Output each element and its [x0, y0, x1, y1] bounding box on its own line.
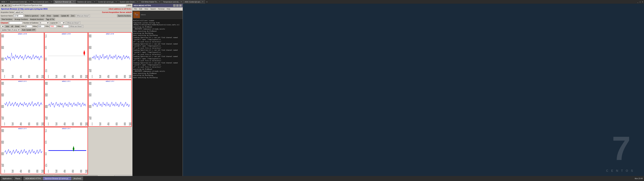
- tab-syscheck[interactable]: System wide Check:... ✕: [118, 0, 140, 4]
- menu-terminal[interactable]: Terminal: [157, 8, 166, 10]
- acquisition-series-select[interactable]: aida16: [14, 11, 24, 14]
- chart-aida12[interactable]: aida12 1.8 V 9000 8500 8000 7500 0 200 4…: [88, 80, 132, 127]
- tab-close-control[interactable]: ✕: [116, 1, 117, 3]
- multi-button[interactable]: multi: [40, 14, 45, 17]
- svg-text:8000: 8000: [1, 57, 4, 61]
- address-input[interactable]: [12, 4, 126, 7]
- tab-close-whiterabbit[interactable]: ✕: [159, 1, 160, 3]
- tab-asic[interactable]: ASIC Control @ carr... ✕: [184, 0, 205, 4]
- aida-minimize[interactable]: _: [173, 4, 176, 7]
- places-button[interactable]: Places: [14, 177, 22, 180]
- aida-close[interactable]: ×: [179, 4, 182, 7]
- chart-aida11[interactable]: aida11 1.8 V 9000 8500 8000 7500 0 200 4…: [44, 80, 88, 127]
- svg-text:200: 200: [56, 74, 57, 79]
- tab-close-syscheck[interactable]: ✕: [137, 1, 138, 3]
- show-button[interactable]: Show: [46, 14, 52, 17]
- num-galleries-select[interactable]: 639: [39, 22, 49, 24]
- ymax-input[interactable]: [62, 25, 69, 28]
- desktop-number: 7: [612, 129, 630, 168]
- xmax-input[interactable]: [38, 25, 44, 28]
- update-button[interactable]: Update: [52, 14, 59, 17]
- menu-file[interactable]: File: [133, 8, 138, 10]
- refresh-button[interactable]: ↻: [8, 4, 11, 7]
- select-spectrum-button[interactable]: Select a spectrum: [24, 14, 39, 17]
- new-range-button[interactable]: new: [5, 25, 10, 28]
- chart-aida02[interactable]: aida02 1.8 W 1.0 0.5 0.0 -0.5 0 200 400 …: [44, 32, 88, 80]
- analysis-functions-button[interactable]: Analysis functions: [29, 18, 44, 20]
- forward-button[interactable]: ▶: [4, 4, 8, 7]
- chart-title-aida01: aida01 1.8 W: [18, 33, 27, 35]
- aida-panel: AIDA MIDAS HTTPd _ □ × File Edit View Se…: [132, 4, 183, 181]
- tab-close-asic[interactable]: ✕: [202, 1, 204, 3]
- linear-button[interactable]: linear: [14, 25, 20, 28]
- taskbar-aida-button[interactable]: AIDA MIDAS HTTPd: [24, 177, 42, 180]
- xmin-input[interactable]: [26, 25, 32, 28]
- tab-spectrum[interactable]: Spectrum Browser @... ✕: [54, 0, 76, 4]
- tab-close-experiment[interactable]: ✕: [29, 1, 30, 3]
- back-button[interactable]: ◀: [1, 4, 4, 7]
- aida-logo-area: 🐂 MIDAS: [132, 11, 183, 19]
- spectra-functions-button[interactable]: Spectra functions: [117, 14, 132, 17]
- chart-aida16[interactable]: aida16 1.8 V 1.0 0.5 0.0 -0.5 0 200 400 …: [44, 127, 88, 174]
- applications-button[interactable]: Applications: [1, 177, 13, 180]
- update-rate-select[interactable]: Update Rate (4 secs): [1, 28, 20, 31]
- aida-win-buttons: _ □ ×: [173, 4, 182, 7]
- zero-button[interactable]: Zero: [70, 14, 75, 17]
- log-line: executing do_PostSetup: [133, 32, 182, 34]
- tab-whiterabbit[interactable]: GSI White Rabbit Tin... ✕: [140, 0, 162, 4]
- svg-text:8500: 8500: [1, 93, 4, 97]
- desktop-panel: 7 C E N T O S: [183, 4, 644, 181]
- all-range-button[interactable]: all: [10, 25, 14, 28]
- maximize-button[interactable]: □: [640, 1, 641, 3]
- chart-title-aida11: aida11 1.8 V: [62, 80, 70, 82]
- range-preset-select[interactable]: [1, 25, 4, 28]
- tab-runcontrol[interactable]: Run Control @ carm-... ✕: [32, 0, 54, 4]
- tab-close-aida[interactable]: ✕: [6, 1, 7, 3]
- tab-temperature[interactable]: Temperature and sta... ✕: [162, 0, 184, 4]
- update-all-button[interactable]: Update All: [60, 14, 70, 17]
- tab-close-runcontrol[interactable]: ✕: [51, 1, 52, 3]
- tab-close-statistics[interactable]: ✕: [94, 1, 95, 3]
- auto-update-button[interactable]: Auto Update OFF: [21, 28, 36, 31]
- menu-help[interactable]: Help: [166, 8, 171, 10]
- view-functions-button[interactable]: View functions: [1, 18, 13, 20]
- menu-edit[interactable]: Edit: [138, 8, 143, 10]
- clock-time: Mon 23:48: [635, 178, 643, 180]
- chart-aida3[interactable]: aida3 1.8 W 9000 8500 8000 7500 0 200 40…: [88, 32, 132, 80]
- log-line: loading Spectrum.tcl > can not find chan…: [133, 62, 182, 66]
- close-button[interactable]: ×: [642, 1, 643, 3]
- new-tab-button[interactable]: +: [205, 0, 209, 3]
- log-line: if": no such file or directory": [133, 66, 182, 68]
- minimize-button[interactable]: _: [638, 1, 638, 3]
- svg-text:200: 200: [99, 74, 101, 79]
- ymin-input[interactable]: [50, 25, 56, 28]
- what-are-these-3[interactable]: What are these?: [70, 25, 83, 28]
- tab-control[interactable]: Control @ carme-gsi... ✕: [97, 0, 118, 4]
- menu-search[interactable]: Search: [150, 8, 157, 10]
- what-are-these-1[interactable]: What are these?: [76, 14, 90, 17]
- svg-text:1000: 1000: [85, 74, 88, 79]
- taskbar-anydesk-button[interactable]: [AnyDesk]: [72, 177, 83, 180]
- svg-text:1000: 1000: [41, 122, 44, 126]
- chart-aida10[interactable]: aida10 1.8 V 9000 8500 8000 7500 0 200 4…: [1, 80, 44, 127]
- tab-close-spectrum[interactable]: ✕: [73, 1, 74, 3]
- menu-view[interactable]: View: [144, 8, 149, 10]
- svg-text:0.5: 0.5: [45, 140, 47, 144]
- spectrum-name-input[interactable]: [14, 14, 24, 17]
- tab-aida[interactable]: AIDA ✕: [0, 0, 9, 4]
- log-line: if": no such file or directory": [133, 41, 182, 43]
- tab-close-temperature[interactable]: ✕: [180, 1, 182, 3]
- arrange-functions-button[interactable]: Arrange functions: [14, 18, 28, 20]
- taskbar-spectrum-button[interactable]: Spectrum Browser @ carme-gs...: [43, 177, 72, 180]
- tab-statistics[interactable]: Statistics @ carme-... ✕: [76, 0, 97, 4]
- tags-fits-button[interactable]: Tags & Fits: [45, 18, 55, 20]
- tab-experiment[interactable]: Experiment Control @... ✕: [9, 0, 32, 4]
- chart-aida01[interactable]: aida01 1.8 W 9000 8500 8000 7500 0 200 4…: [1, 32, 44, 80]
- channel-input[interactable]: [9, 22, 22, 24]
- svg-text:600: 600: [72, 169, 74, 174]
- what-are-these-2[interactable]: What are these?: [66, 22, 80, 24]
- svg-text:1000: 1000: [129, 74, 131, 79]
- chart-aida15[interactable]: aida15 1.8 V 9000 8500 8000 7500 0 200 4…: [1, 127, 44, 174]
- aida-maximize[interactable]: □: [176, 4, 178, 7]
- layout-id-select[interactable]: V: [58, 22, 65, 24]
